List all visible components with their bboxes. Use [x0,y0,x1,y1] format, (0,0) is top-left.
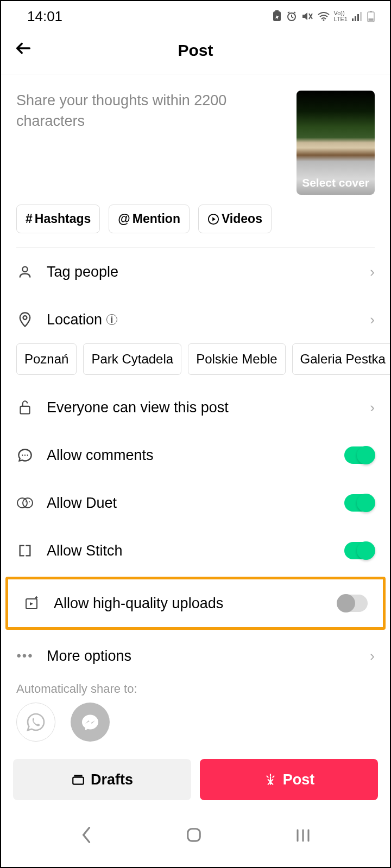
whatsapp-share[interactable] [16,703,55,742]
duet-row: Allow Duet [1,479,390,527]
comments-label: Allow comments [47,447,331,464]
location-label: Locationi [47,311,357,328]
svg-rect-24 [74,775,82,776]
privacy-row[interactable]: Everyone can view this post › [1,384,390,431]
svg-point-16 [24,455,26,456]
hq-icon [23,596,41,610]
post-button[interactable]: Post [200,759,378,800]
back-button[interactable] [14,39,33,62]
svg-point-15 [22,455,23,456]
battery-saver-icon [272,10,282,22]
location-row[interactable]: Locationi › [1,296,390,343]
svg-rect-4 [352,18,354,21]
alarm-icon [286,11,297,22]
play-circle-icon [207,213,219,225]
chevron-right-icon: › [370,311,375,328]
wifi-icon [318,11,330,21]
svg-rect-10 [369,18,374,21]
unlock-icon [16,399,34,416]
battery-icon [367,10,375,22]
videos-chip[interactable]: Videos [198,205,272,233]
mention-chip[interactable]: @Mention [109,205,190,233]
duet-label: Allow Duet [47,495,331,512]
share-label: Automatically share to: [1,680,390,703]
svg-point-17 [27,455,28,456]
messenger-share[interactable] [71,703,110,742]
svg-point-21 [29,501,30,502]
hq-label: Allow high-quality uploads [54,595,324,612]
more-options-row[interactable]: ••• More options › [1,632,390,680]
stitch-icon [16,543,34,558]
mute-icon [301,11,313,22]
nav-back[interactable] [80,826,93,847]
svg-point-13 [23,316,27,320]
nav-home[interactable] [186,827,202,847]
status-time: 14:01 [27,8,62,25]
svg-rect-14 [20,406,29,414]
hash-icon: # [26,212,33,226]
duet-toggle[interactable] [344,494,375,512]
nav-recents[interactable] [295,828,311,846]
svg-point-3 [323,20,324,21]
drafts-button[interactable]: Drafts [13,759,191,800]
info-icon: i [106,314,117,325]
comments-toggle[interactable] [344,446,375,464]
svg-rect-9 [370,11,372,12]
stitch-row: Allow Stitch [1,527,390,575]
drafts-icon [71,774,85,786]
duet-icon [16,496,34,510]
stitch-toggle[interactable] [344,542,375,559]
select-cover-label: Select cover [297,176,375,189]
svg-rect-23 [73,777,84,784]
more-options-label: More options [47,648,357,665]
bottom-buttons: Drafts Post [1,752,390,811]
person-icon [16,264,34,279]
svg-point-20 [26,501,27,502]
svg-rect-5 [355,16,356,21]
hashtags-chip[interactable]: #Hashtags [16,205,100,233]
ellipsis-icon: ••• [16,648,34,663]
android-nav-bar [1,811,390,860]
arrow-left-icon [14,39,33,58]
location-chip[interactable]: Park Cytadela [83,343,181,375]
status-bar: 14:01 Vo))LTE1 [1,1,390,31]
chevron-right-icon: › [370,264,375,280]
whatsapp-icon [26,712,46,732]
share-icons [1,703,390,752]
status-icons: Vo))LTE1 [272,10,375,22]
svg-rect-1 [275,10,279,12]
comments-row: Allow comments [1,431,390,479]
at-icon: @ [118,212,130,226]
chevron-right-icon: › [370,399,375,416]
format-chips: #Hashtags @Mention Videos [1,199,390,247]
tag-people-label: Tag people [47,264,357,280]
hq-uploads-row: Allow high-quality uploads [8,579,383,627]
messenger-icon [80,712,100,732]
sparkle-icon [263,773,278,787]
svg-rect-25 [188,829,200,841]
location-chip[interactable]: Galeria Pestka [292,343,390,375]
location-icon [16,311,34,328]
caption-input[interactable]: Share your thoughts within 2200 characte… [16,91,288,195]
chevron-right-icon: › [370,648,375,665]
cover-thumbnail[interactable]: Select cover [297,91,375,195]
svg-rect-6 [357,14,359,21]
highlight-annotation: Allow high-quality uploads [5,577,386,630]
comment-icon [16,448,34,463]
stitch-label: Allow Stitch [47,542,331,559]
hq-toggle[interactable] [337,595,368,612]
volte-label: Vo))LTE1 [334,10,348,22]
page-title: Post [178,41,213,60]
privacy-label: Everyone can view this post [47,399,357,416]
header: Post [1,31,390,74]
svg-point-12 [22,267,27,272]
location-suggestions: Poznań Park Cytadela Polskie Meble Galer… [1,343,390,384]
signal-icon [352,11,363,21]
svg-rect-7 [360,12,362,21]
location-chip[interactable]: Polskie Meble [188,343,285,375]
tag-people-row[interactable]: Tag people › [1,248,390,296]
compose-area: Share your thoughts within 2200 characte… [1,74,390,199]
location-chip[interactable]: Poznań [16,343,77,375]
